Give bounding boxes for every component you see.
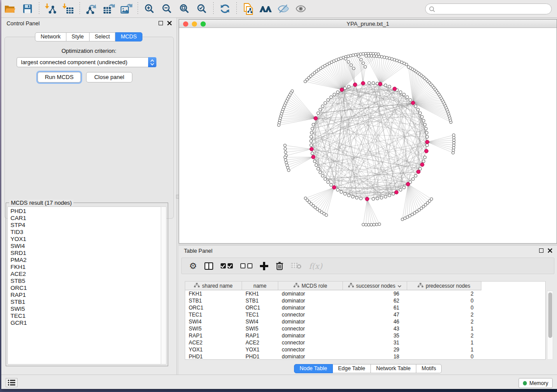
graph-node[interactable] (304, 80, 307, 83)
graph-node[interactable] (370, 224, 373, 226)
graph-node[interactable] (351, 195, 354, 198)
mcds-result-item[interactable]: GCR1 (10, 320, 161, 327)
cell-successor-nodes[interactable]: 31 (343, 339, 407, 346)
graph-hub-node[interactable] (314, 117, 318, 120)
cell-name[interactable]: ORC1 (242, 304, 278, 311)
graph-node[interactable] (310, 140, 313, 143)
mcds-result-item[interactable]: RAP1 (10, 292, 161, 299)
graph-node[interactable] (330, 96, 333, 99)
graph-node[interactable] (423, 123, 426, 126)
cell-MCDS-role[interactable]: dominator (278, 332, 343, 339)
graph-node[interactable] (311, 127, 314, 130)
graph-node[interactable] (284, 144, 286, 147)
table-scrollbar-thumb[interactable] (548, 292, 552, 338)
cell-predecessor-nodes[interactable]: 1 (407, 325, 481, 332)
table-row[interactable]: STB1STB1dominator620 (185, 297, 545, 304)
graph-node[interactable] (362, 223, 364, 226)
mcds-result-item[interactable]: FKH1 (10, 264, 161, 271)
graph-node[interactable] (430, 198, 432, 200)
graph-node[interactable] (384, 195, 387, 198)
graph-hub-node[interactable] (340, 88, 344, 92)
graph-node[interactable] (284, 158, 287, 161)
graph-node[interactable] (421, 115, 424, 118)
graph-node[interactable] (347, 85, 350, 88)
close-panel-button[interactable]: Close panel (86, 72, 132, 83)
graph-node[interactable] (378, 223, 381, 225)
search-network-icon[interactable] (258, 2, 273, 16)
copy-network-icon[interactable] (241, 2, 256, 16)
graph-node[interactable] (381, 55, 383, 58)
refresh-icon[interactable] (218, 2, 232, 16)
cell-successor-nodes[interactable]: 62 (343, 297, 407, 304)
table-row[interactable]: YOX1YOX1connector291 (185, 346, 545, 353)
delete-column-icon[interactable] (276, 261, 284, 270)
graph-node[interactable] (423, 156, 426, 159)
table-row[interactable]: SWI4SWI4dominator462 (185, 318, 545, 325)
cell-shared-name[interactable]: SWI4 (185, 318, 242, 325)
graph-node[interactable] (419, 112, 422, 115)
cell-predecessor-nodes[interactable]: 0 (407, 304, 481, 311)
mcds-result-list[interactable]: PHD1CAR1STP4TID3YOX1SWI4SRD1PMA2FKH1ACE2… (7, 206, 161, 364)
graph-hub-node[interactable] (425, 149, 429, 153)
cell-successor-nodes[interactable]: 35 (343, 332, 407, 339)
graph-node[interactable] (312, 123, 315, 126)
mcds-result-item[interactable]: TEC1 (10, 313, 161, 320)
mcds-result-item[interactable]: STB1 (10, 299, 161, 306)
table-row[interactable]: ACE2ACE2connector311 (185, 339, 545, 346)
graph-node[interactable] (355, 196, 358, 199)
mcds-result-item[interactable]: YOX1 (10, 236, 161, 243)
cell-MCDS-role[interactable]: connector (278, 339, 343, 346)
cell-predecessor-nodes[interactable]: 2 (407, 311, 481, 318)
cell-predecessor-nodes[interactable]: 1 (407, 339, 481, 346)
table-row[interactable]: RAP1RAP1dominator352 (185, 332, 545, 339)
task-history-button[interactable] (6, 378, 17, 387)
export-table-icon[interactable] (101, 2, 116, 16)
graph-node[interactable] (372, 82, 375, 85)
tab-network[interactable]: Network (35, 32, 66, 41)
table-row[interactable]: PHD1PHD1dominator180 (185, 353, 545, 360)
network-frame-titlebar[interactable]: YPA_prune.txt_1 (179, 20, 557, 28)
graph-hub-node[interactable] (416, 170, 420, 174)
table-row[interactable]: SWI5SWI5connector431 (185, 325, 545, 332)
graph-hub-node[interactable] (393, 87, 397, 91)
graph-hub-node[interactable] (394, 190, 398, 194)
cell-successor-nodes[interactable]: 61 (343, 304, 407, 311)
column-header-successor-nodes[interactable]: successor nodes (343, 282, 407, 290)
export-network-icon[interactable] (84, 2, 99, 16)
graph-hub-node[interactable] (332, 186, 336, 189)
graph-node[interactable] (317, 112, 320, 115)
graph-node[interactable] (321, 174, 324, 177)
graph-node[interactable] (426, 135, 429, 138)
graph-node[interactable] (336, 188, 339, 191)
cell-predecessor-nodes[interactable]: 0 (407, 353, 481, 360)
cell-shared-name[interactable]: ACE2 (185, 339, 242, 346)
graph-node[interactable] (452, 134, 455, 136)
table-settings-gear-icon[interactable]: ⚙ (189, 261, 197, 270)
import-table-icon[interactable] (61, 2, 76, 16)
criterion-dropdown[interactable]: largest connected component (undirected) (17, 57, 156, 67)
cell-shared-name[interactable]: PHD1 (185, 353, 242, 360)
graph-hub-node[interactable] (406, 182, 410, 186)
graph-node[interactable] (313, 160, 316, 163)
cell-MCDS-role[interactable]: dominator (278, 353, 343, 360)
cell-shared-name[interactable]: ORC1 (185, 304, 242, 311)
graph-node[interactable] (315, 164, 318, 167)
zoom-in-icon[interactable] (142, 2, 157, 16)
cell-name[interactable]: SWI5 (242, 325, 278, 332)
graph-node[interactable] (336, 91, 339, 94)
graph-node[interactable] (409, 99, 412, 102)
cell-predecessor-nodes[interactable]: 2 (407, 290, 481, 297)
table-row[interactable]: TEC1TEC1connector472 (185, 311, 545, 318)
graph-node[interactable] (327, 99, 330, 102)
cell-MCDS-role[interactable]: connector (278, 346, 343, 353)
graph-node[interactable] (360, 197, 363, 200)
graph-node[interactable] (384, 84, 387, 87)
cell-shared-name[interactable]: STB1 (185, 297, 242, 304)
deselect-all-icon[interactable] (240, 263, 253, 268)
graph-node[interactable] (367, 55, 370, 57)
cell-MCDS-role[interactable]: dominator (278, 290, 343, 297)
graph-hub-node[interactable] (353, 83, 357, 87)
table-scrollbar[interactable] (547, 291, 553, 360)
graph-node[interactable] (399, 188, 402, 191)
cell-shared-name[interactable]: FKH1 (185, 290, 242, 297)
